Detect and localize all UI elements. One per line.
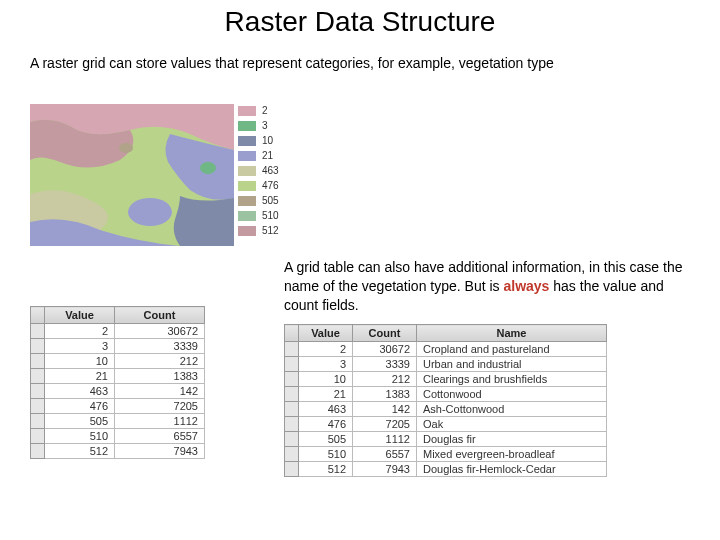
legend-item: 510 — [238, 209, 279, 222]
table-row: 33339 — [31, 339, 205, 354]
table-row: 211383Cottonwood — [285, 387, 607, 402]
table-cell: 1112 — [353, 432, 417, 447]
legend-item: 10 — [238, 134, 279, 147]
legend-item: 463 — [238, 164, 279, 177]
table-cell: 7205 — [115, 399, 205, 414]
table-row: 5051112 — [31, 414, 205, 429]
column-header: Count — [353, 325, 417, 342]
table-row: 10212 — [31, 354, 205, 369]
table-row: 10212Clearings and brushfields — [285, 372, 607, 387]
legend-swatch — [238, 136, 256, 146]
legend-item: 21 — [238, 149, 279, 162]
table-cell: Mixed evergreen-broadleaf — [417, 447, 607, 462]
table-cell: 1112 — [115, 414, 205, 429]
table-cell: Cropland and pastureland — [417, 342, 607, 357]
map-legend: 231021463476505510512 — [238, 104, 279, 239]
table-cell: Urban and industrial — [417, 357, 607, 372]
paragraph-2: A grid table can also have additional in… — [284, 258, 684, 315]
para2-highlight: always — [503, 278, 549, 294]
table-cell: 10 — [45, 354, 115, 369]
table-cell: 3 — [45, 339, 115, 354]
table-cell: 10 — [299, 372, 353, 387]
table-cell: Douglas fir-Hemlock-Cedar — [417, 462, 607, 477]
table-cell: 512 — [45, 444, 115, 459]
table-cell: 21 — [45, 369, 115, 384]
table-cell: 2 — [45, 324, 115, 339]
table-cell: 3339 — [115, 339, 205, 354]
table-cell: 1383 — [115, 369, 205, 384]
table-cell: 463 — [45, 384, 115, 399]
table-cell: 6557 — [353, 447, 417, 462]
table-cell: 476 — [45, 399, 115, 414]
table-cell: 505 — [45, 414, 115, 429]
legend-swatch — [238, 211, 256, 221]
column-header: Value — [299, 325, 353, 342]
table-cell: Ash-Cottonwood — [417, 402, 607, 417]
svg-point-1 — [128, 198, 172, 226]
legend-item: 512 — [238, 224, 279, 237]
table-row: 5127943 — [31, 444, 205, 459]
legend-swatch — [238, 166, 256, 176]
legend-label: 505 — [262, 195, 279, 206]
table-row: 5051112Douglas fir — [285, 432, 607, 447]
table-row: 463142 — [31, 384, 205, 399]
table-cell: 7943 — [353, 462, 417, 477]
intro-paragraph: A raster grid can store values that repr… — [30, 54, 590, 73]
table-cell: 510 — [45, 429, 115, 444]
legend-swatch — [238, 226, 256, 236]
legend-label: 2 — [262, 105, 268, 116]
table-row: 5106557Mixed evergreen-broadleaf — [285, 447, 607, 462]
table-row: 4767205 — [31, 399, 205, 414]
legend-swatch — [238, 181, 256, 191]
table-cell: Cottonwood — [417, 387, 607, 402]
legend-label: 476 — [262, 180, 279, 191]
table-cell: 1383 — [353, 387, 417, 402]
table-row: 463142Ash-Cottonwood — [285, 402, 607, 417]
table-cell: 6557 — [115, 429, 205, 444]
raster-map-image — [30, 104, 234, 246]
table-cell: 212 — [115, 354, 205, 369]
legend-label: 512 — [262, 225, 279, 236]
table-row: 230672Cropland and pastureland — [285, 342, 607, 357]
column-header: Value — [45, 307, 115, 324]
table-row: 230672 — [31, 324, 205, 339]
legend-label: 21 — [262, 150, 273, 161]
legend-swatch — [238, 121, 256, 131]
legend-label: 3 — [262, 120, 268, 131]
column-header: Count — [115, 307, 205, 324]
table-cell: 476 — [299, 417, 353, 432]
table-cell: 142 — [353, 402, 417, 417]
table-cell: 30672 — [353, 342, 417, 357]
table-cell: Oak — [417, 417, 607, 432]
table-cell: 505 — [299, 432, 353, 447]
table-cell: 463 — [299, 402, 353, 417]
page-title: Raster Data Structure — [0, 6, 720, 38]
table-cell: 2 — [299, 342, 353, 357]
value-count-table: ValueCount230672333391021221138346314247… — [30, 306, 205, 459]
legend-swatch — [238, 151, 256, 161]
legend-label: 510 — [262, 210, 279, 221]
value-count-name-table: ValueCountName230672Cropland and pasture… — [284, 324, 607, 477]
svg-point-3 — [119, 143, 133, 153]
legend-label: 463 — [262, 165, 279, 176]
column-header: Name — [417, 325, 607, 342]
table-cell: 7943 — [115, 444, 205, 459]
table-cell: 3 — [299, 357, 353, 372]
table-row: 33339Urban and industrial — [285, 357, 607, 372]
svg-point-2 — [200, 162, 216, 174]
table-cell: 510 — [299, 447, 353, 462]
table-row: 5106557 — [31, 429, 205, 444]
table-cell: 3339 — [353, 357, 417, 372]
legend-item: 2 — [238, 104, 279, 117]
table-cell: 7205 — [353, 417, 417, 432]
table-cell: 21 — [299, 387, 353, 402]
table-cell: 212 — [353, 372, 417, 387]
table-cell: 30672 — [115, 324, 205, 339]
table-row: 211383 — [31, 369, 205, 384]
table-row: 4767205Oak — [285, 417, 607, 432]
legend-item: 505 — [238, 194, 279, 207]
legend-label: 10 — [262, 135, 273, 146]
table-cell: Douglas fir — [417, 432, 607, 447]
table-cell: Clearings and brushfields — [417, 372, 607, 387]
table-cell: 142 — [115, 384, 205, 399]
